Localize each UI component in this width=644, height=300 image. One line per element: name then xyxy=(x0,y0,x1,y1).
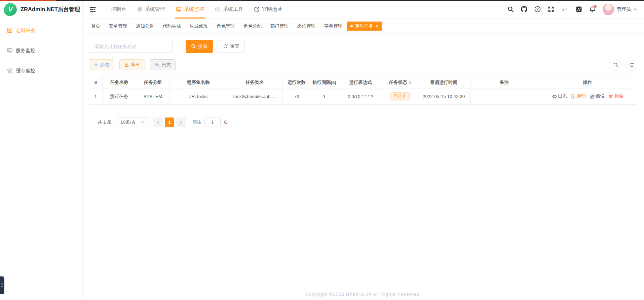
chevron-down-icon xyxy=(141,120,145,124)
collapsed-dock-widget[interactable] xyxy=(0,276,4,294)
refresh-icon xyxy=(629,62,634,68)
menu-item-system-management[interactable]: 系统管理 xyxy=(131,0,171,19)
row-delete-action[interactable]: 删除 xyxy=(608,93,623,99)
next-page-button[interactable] xyxy=(176,118,186,127)
menu-item-label: 系统监控 xyxy=(184,6,204,12)
sidebar-collapse-button[interactable] xyxy=(85,0,100,19)
toggle-search-button[interactable] xyxy=(610,59,621,71)
menu-item-console[interactable]: 控制台 xyxy=(106,0,131,19)
search-icon xyxy=(507,6,514,12)
page-size-value: 10条/页 xyxy=(120,119,136,125)
tab-home[interactable]: 首页 xyxy=(87,22,105,31)
log-button[interactable]: 日志 xyxy=(150,59,176,70)
gear-icon xyxy=(137,6,143,12)
export-button-label: 导出 xyxy=(131,62,140,68)
page-content: 搜索 重置 新增 导出 xyxy=(82,33,644,127)
page-footer: Copyright ©2022 izhaorui.cn All Rights R… xyxy=(82,288,644,300)
filter-bar: 搜索 重置 xyxy=(89,40,637,53)
col-status[interactable]: 任务状态 xyxy=(383,76,417,89)
header-search-button[interactable] xyxy=(507,6,514,12)
sidebar-item-scheduled-tasks[interactable]: 定时任务 xyxy=(0,20,82,40)
sidebar-item-cache-monitor[interactable]: 缓存监控 xyxy=(0,61,82,81)
cell-index: 1 xyxy=(89,89,103,105)
notifications-button[interactable] xyxy=(589,6,596,12)
sidebar: V ZRAdmin.NET后台管理 定时任务 服务监控 xyxy=(0,0,82,300)
github-button[interactable] xyxy=(521,6,527,12)
menu-item-official-site[interactable]: 官网地址 xyxy=(249,0,288,19)
tab-role-assignment[interactable]: 角色分配 xyxy=(239,22,266,31)
pagination-total: 共 1 条 xyxy=(98,119,112,125)
tab-code-generation[interactable]: 代码生成 xyxy=(158,22,185,31)
app-title: ZRAdmin.NET后台管理 xyxy=(21,6,80,13)
tasks-table: # 任务名称 任务分组 程序集名称 任务类名 运行次数 执行间隔(s) 运行表达… xyxy=(89,76,637,105)
row-edit-action[interactable]: 编辑 xyxy=(590,93,605,99)
sort-carets-icon[interactable] xyxy=(409,81,411,85)
user-menu[interactable]: 管理员 xyxy=(603,4,638,15)
active-tab-label: 定时任务 xyxy=(355,22,373,31)
tab-role-management[interactable]: 角色管理 xyxy=(212,22,239,31)
translate-button[interactable]: A xyxy=(576,6,582,12)
tab-generation-edit[interactable]: 生成修改 xyxy=(185,22,212,31)
menu-item-system-tools[interactable]: 系统工具 xyxy=(210,0,249,19)
menu-item-system-monitor[interactable]: 系统监控 xyxy=(171,0,210,19)
cell-status: 已停止 xyxy=(383,89,417,105)
tab-notices[interactable]: 通知公告 xyxy=(131,22,158,31)
copyright-text: Copyright ©2022 izhaorui.cn All Rights R… xyxy=(305,292,421,297)
cell-run-count: 73 xyxy=(282,89,311,105)
question-circle-icon: ? xyxy=(534,6,541,12)
task-name-input[interactable] xyxy=(89,40,173,53)
tab-dictionary-management[interactable]: 字典管理 xyxy=(320,22,347,31)
app-logo-row[interactable]: V ZRAdmin.NET后台管理 xyxy=(0,0,82,19)
refresh-table-button[interactable] xyxy=(626,59,637,71)
search-icon xyxy=(191,44,196,49)
window-top-edge xyxy=(0,0,644,1)
fullscreen-button[interactable] xyxy=(548,6,554,12)
tab-post-management[interactable]: 岗位管理 xyxy=(293,22,320,31)
pager: 1 xyxy=(153,118,186,127)
goto-page: 前往 页 xyxy=(192,118,228,127)
row-log-action[interactable]: 日志 xyxy=(552,93,567,99)
trash-icon xyxy=(608,94,613,99)
cell-cron: 0 0/10 * * * ? xyxy=(338,89,383,105)
font-size-button[interactable]: T T xyxy=(561,6,569,12)
col-job-class: 任务类名 xyxy=(227,76,282,89)
menu-item-label: 官网地址 xyxy=(262,6,282,12)
refresh-icon xyxy=(223,44,228,49)
svg-text:T: T xyxy=(562,8,564,12)
sidebar-menu: 定时任务 服务监控 缓存监控 xyxy=(0,19,82,81)
cell-task-name: 测试任务 xyxy=(103,89,136,105)
cell-job-class: TaskScheduler.Job_... xyxy=(227,89,282,105)
col-task-name: 任务名称 xyxy=(103,76,136,89)
tab-department-management[interactable]: 部门管理 xyxy=(266,22,293,31)
row-start-action[interactable]: 启动 xyxy=(571,93,586,99)
server-monitor-icon xyxy=(7,47,13,54)
tab-close-icon[interactable]: × xyxy=(376,24,378,28)
notification-badge xyxy=(594,5,597,8)
col-assembly: 程序集名称 xyxy=(170,76,227,89)
page-size-select[interactable]: 10条/页 xyxy=(117,118,148,127)
svg-text:T: T xyxy=(565,6,568,12)
fold-menu-icon xyxy=(89,6,96,13)
tab-menu-management[interactable]: 菜单管理 xyxy=(105,22,131,31)
help-button[interactable]: ? xyxy=(534,6,541,12)
sidebar-item-service-monitor[interactable]: 服务监控 xyxy=(0,40,82,61)
table-row[interactable]: 1 测试任务 SYSTEM ZR.Tasks TaskScheduler.Job… xyxy=(89,89,637,105)
search-icon xyxy=(613,62,618,68)
add-button[interactable]: 新增 xyxy=(89,59,114,70)
prev-page-button[interactable] xyxy=(153,118,163,127)
cell-task-group: SYSTEM xyxy=(136,89,170,105)
svg-text:A: A xyxy=(577,7,580,11)
page-1-button[interactable]: 1 xyxy=(165,118,174,127)
goto-page-input[interactable] xyxy=(204,118,221,127)
table-header-row: # 任务名称 任务分组 程序集名称 任务类名 运行次数 执行间隔(s) 运行表达… xyxy=(89,76,637,89)
reset-button[interactable]: 重置 xyxy=(218,40,244,53)
chevron-right-icon xyxy=(179,120,183,124)
col-last-run: 最后运行时间 xyxy=(417,76,471,89)
col-cron: 运行表达式 xyxy=(338,76,383,89)
chevron-left-icon xyxy=(156,120,160,124)
export-button[interactable]: 导出 xyxy=(119,59,145,70)
row-edit-label: 编辑 xyxy=(596,93,605,99)
tab-scheduled-tasks-active[interactable]: 定时任务 × xyxy=(347,22,382,31)
cell-operations: 日志 启动 xyxy=(538,89,637,105)
search-button[interactable]: 搜索 xyxy=(186,40,213,53)
